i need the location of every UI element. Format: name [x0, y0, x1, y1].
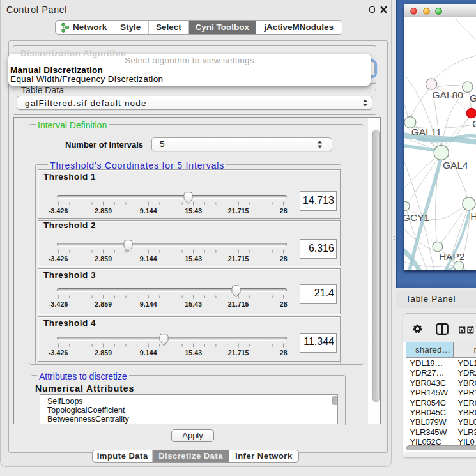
svg-text:GAL4: GAL4 [443, 159, 468, 170]
svg-text:GCY1: GCY1 [404, 211, 429, 222]
svg-text:GAL80: GAL80 [432, 89, 463, 100]
svg-text:GA: GA [470, 93, 476, 104]
svg-text:H: H [470, 211, 476, 222]
svg-text:HAP2: HAP2 [438, 251, 464, 262]
svg-text:GAL11: GAL11 [411, 127, 441, 137]
svg-text:C: C [472, 118, 476, 128]
